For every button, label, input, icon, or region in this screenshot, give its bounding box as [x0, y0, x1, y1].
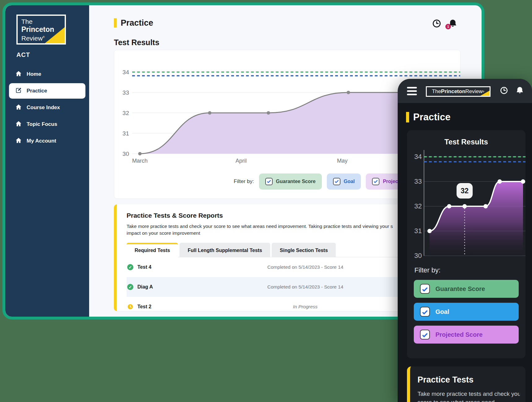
checkbox-checked[interactable] — [333, 178, 340, 185]
mobile-practice-tests-description: Take more practice tests and check your … — [417, 390, 520, 402]
svg-text:34: 34 — [414, 153, 422, 160]
sidebar-item-home[interactable]: Home — [5, 66, 89, 82]
princeton-review-logo: ThePrincetonReview® — [426, 86, 491, 97]
tab-required-tests[interactable]: Required Tests — [127, 243, 178, 257]
test-results-heading: Test Results — [114, 38, 482, 47]
mobile-page-title-row: Practice — [406, 112, 532, 123]
svg-text:March: March — [132, 158, 148, 164]
svg-text:32: 32 — [461, 187, 469, 195]
svg-text:32: 32 — [123, 110, 129, 116]
program-label: ACT — [16, 51, 89, 58]
page-title: Practice — [121, 18, 153, 28]
filter-by-label: Filter by: — [234, 178, 254, 185]
yellow-accent-bar — [114, 18, 117, 28]
mobile-filter-pills: Guarantee Score Goal Projected Score — [414, 280, 519, 344]
header-icons: 1 — [432, 19, 457, 28]
svg-text:31: 31 — [414, 227, 422, 235]
logo-line1: The — [21, 18, 65, 25]
home-icon — [15, 137, 22, 145]
svg-text:May: May — [337, 158, 348, 164]
sidebar-item-label: Practice — [27, 88, 47, 94]
checkbox-checked[interactable] — [372, 178, 379, 185]
filter-pill-guarantee-score[interactable]: Guarantee Score — [414, 280, 519, 298]
notification-badge: 1 — [445, 24, 451, 29]
filter-pill-label: Guarantee Score — [276, 179, 316, 184]
edit-icon — [15, 87, 22, 95]
sidebar-item-course-index[interactable]: Course Index — [5, 100, 89, 115]
home-icon — [15, 120, 22, 129]
svg-text:April: April — [236, 158, 247, 164]
mobile-test-results-chart[interactable]: 343332313032 — [407, 148, 526, 262]
test-status: Completed on 5/14/2023 - Score 14 — [220, 284, 391, 290]
mobile-practice-tests-card: Practice Tests Take more practice tests … — [407, 366, 526, 402]
filter-pill-label: Guarantee Score — [435, 285, 485, 293]
svg-text:33: 33 — [414, 177, 422, 185]
history-clock-icon[interactable] — [432, 19, 441, 28]
filter-pill-projected-score[interactable]: Projected Score — [414, 326, 519, 344]
filter-by-label: Filter by: — [414, 266, 526, 274]
notifications-bell-icon[interactable] — [516, 86, 524, 96]
test-name-cell: ✓ Test 4 — [127, 264, 220, 270]
mobile-chart-title: Test Results — [407, 138, 526, 146]
test-name-cell: ✓ Diag A — [127, 284, 220, 290]
completed-check-icon: ✓ — [127, 264, 133, 270]
filter-pill-label: Goal — [435, 308, 449, 315]
hamburger-menu-icon[interactable] — [407, 87, 417, 95]
sidebar-item-label: Course Index — [27, 105, 60, 111]
in-progress-clock-icon — [127, 304, 133, 310]
tab-single-section-tests[interactable]: Single Section Tests — [272, 243, 336, 257]
svg-text:31: 31 — [123, 130, 129, 137]
mobile-chart-card: Test Results 343332313032 Filter by: Gua… — [407, 130, 526, 358]
svg-text:34: 34 — [123, 69, 129, 75]
page: The Princeton Review® ACT Home Practice … — [0, 0, 532, 402]
svg-text:30: 30 — [123, 151, 129, 157]
svg-text:32: 32 — [414, 202, 422, 210]
filter-pill-guarantee-score[interactable]: Guarantee Score — [259, 173, 322, 190]
mobile-page-title: Practice — [413, 112, 451, 123]
mobile-header-icons — [500, 86, 524, 96]
sidebar-item-topic-focus[interactable]: Topic Focus — [5, 117, 89, 132]
filter-pill-label: Projected Score — [435, 331, 482, 338]
filter-pill-goal[interactable]: Goal — [327, 173, 361, 190]
sidebar-item-my-account[interactable]: My Account — [5, 133, 89, 149]
test-status: In Progress — [220, 304, 391, 310]
svg-text:30: 30 — [414, 252, 422, 259]
checkbox-checked[interactable] — [420, 284, 430, 294]
checkbox-checked[interactable] — [265, 178, 273, 185]
notifications-bell-icon[interactable]: 1 — [448, 19, 457, 28]
test-name-cell: Test 2 — [127, 304, 220, 310]
mobile-header: ThePrincetonReview® — [398, 79, 532, 103]
home-icon — [15, 70, 22, 79]
filter-pill-goal[interactable]: Goal — [414, 303, 519, 321]
yellow-accent-bar — [406, 112, 409, 122]
sidebar-item-practice[interactable]: Practice — [9, 83, 85, 99]
logo-line2: Princeton — [21, 25, 65, 33]
tab-full-length-supplemental-tests[interactable]: Full Length Supplemental Tests — [179, 243, 270, 257]
home-icon — [15, 104, 22, 112]
sidebar-item-label: Topic Focus — [27, 121, 57, 127]
page-title-row: Practice — [114, 18, 482, 28]
history-clock-icon[interactable] — [500, 86, 508, 96]
sidebar: The Princeton Review® ACT Home Practice … — [5, 5, 89, 317]
mobile-app-window: ThePrincetonReview® Practice Test Result… — [398, 79, 532, 402]
completed-check-icon: ✓ — [127, 284, 133, 290]
test-status: Completed on 5/14/2023 - Score 14 — [220, 264, 391, 270]
mobile-practice-tests-title: Practice Tests — [417, 375, 520, 385]
svg-text:33: 33 — [123, 89, 129, 96]
filter-pill-label: Goal — [344, 179, 355, 184]
sidebar-item-label: My Account — [27, 138, 56, 144]
princeton-review-logo: The Princeton Review® — [16, 15, 66, 45]
sidebar-item-label: Home — [27, 71, 41, 77]
checkbox-checked[interactable] — [420, 307, 430, 317]
sidebar-nav: Home Practice Course Index Topic Focus M… — [5, 66, 89, 149]
checkbox-checked[interactable] — [420, 330, 430, 340]
